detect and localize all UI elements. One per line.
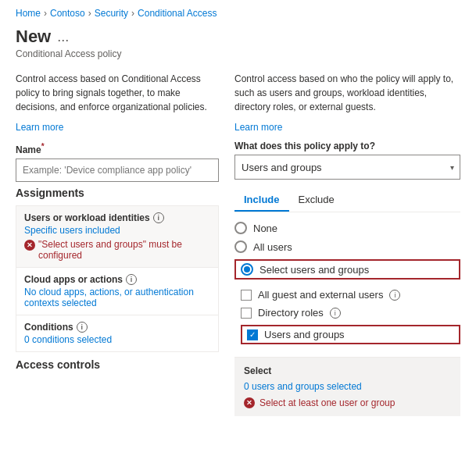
- users-sub: Specific users included: [24, 225, 210, 236]
- checkbox-users-groups-label: Users and groups: [264, 329, 345, 340]
- assignments-title: Assignments: [16, 187, 219, 199]
- users-section-label: Users or workload identities: [24, 212, 150, 223]
- radio-all-users[interactable]: All users: [234, 240, 460, 253]
- tabs: Include Exclude: [234, 189, 460, 212]
- conditions-label: Conditions: [24, 322, 73, 333]
- selected-count: 0 users and groups selected: [244, 381, 451, 392]
- assignments-section: Users or workload identities i Specific …: [16, 205, 219, 352]
- breadcrumb: Home › Contoso › Security › Conditional …: [0, 0, 476, 23]
- checkbox-guest-users-label: All guest and external users: [258, 289, 383, 301]
- users-error: ✕ "Select users and groups" must be conf…: [24, 239, 210, 261]
- left-learn-more[interactable]: Learn more: [16, 122, 219, 133]
- conditions-info-icon: i: [77, 322, 88, 333]
- users-info-icon: i: [153, 212, 164, 223]
- dropdown-container: Users and groups ▾: [234, 155, 460, 180]
- radio-none[interactable]: None: [234, 222, 460, 234]
- checkbox-directory-roles-label: Directory roles: [258, 307, 324, 319]
- cloud-info-icon: i: [126, 274, 137, 285]
- tab-include[interactable]: Include: [234, 189, 289, 212]
- tab-exclude[interactable]: Exclude: [289, 189, 344, 212]
- directory-roles-info-icon: i: [330, 308, 341, 319]
- select-section: Select 0 users and groups selected ✕ Sel…: [234, 357, 460, 416]
- policy-dropdown[interactable]: Users and groups: [234, 155, 460, 180]
- radio-select-users[interactable]: Select users and groups: [234, 259, 460, 280]
- right-learn-more[interactable]: Learn more: [234, 122, 460, 133]
- users-error-icon: ✕: [24, 240, 35, 251]
- left-panel: Control access based on Conditional Acce…: [16, 72, 219, 416]
- select-error-text: Select at least one user or group: [259, 397, 395, 408]
- select-section-title: Select: [244, 365, 451, 376]
- page-subtitle: Conditional Access policy: [16, 48, 460, 59]
- checkbox-group: All guest and external users i Directory…: [234, 289, 460, 344]
- radio-group: None All users Select users and groups: [234, 222, 460, 280]
- radio-all-users-input[interactable]: [234, 240, 247, 253]
- checkbox-directory-roles-input[interactable]: [241, 308, 252, 319]
- page-ellipsis: ...: [57, 29, 69, 45]
- breadcrumb-security[interactable]: Security: [95, 8, 128, 19]
- select-error: ✕ Select at least one user or group: [244, 397, 451, 408]
- radio-select-users-label: Select users and groups: [259, 264, 369, 276]
- cloud-sub: No cloud apps, actions, or authenticatio…: [24, 287, 210, 308]
- right-description: Control access based on who the policy w…: [234, 72, 460, 114]
- page-header: New ... Conditional Access policy: [0, 23, 476, 66]
- radio-select-users-input[interactable]: [241, 263, 253, 276]
- radio-none-input[interactable]: [234, 222, 247, 234]
- users-workload-item[interactable]: Users or workload identities i Specific …: [16, 206, 218, 268]
- cloud-apps-item[interactable]: Cloud apps or actions i No cloud apps, a…: [16, 268, 218, 315]
- conditions-item[interactable]: Conditions i 0 conditions selected: [16, 315, 218, 351]
- policy-label: What does this policy apply to?: [234, 141, 460, 151]
- checkbox-directory-roles[interactable]: Directory roles i: [241, 307, 460, 319]
- right-panel: Control access based on who the policy w…: [234, 72, 460, 416]
- radio-all-users-label: All users: [253, 241, 292, 253]
- select-error-icon: ✕: [244, 397, 255, 408]
- name-input[interactable]: [16, 158, 219, 182]
- checkbox-guest-users-input[interactable]: [241, 290, 252, 301]
- breadcrumb-conditional-access[interactable]: Conditional Access: [138, 8, 217, 19]
- guest-users-info-icon: i: [389, 290, 400, 301]
- checkbox-guest-users[interactable]: All guest and external users i: [241, 289, 460, 301]
- left-description: Control access based on Conditional Acce…: [16, 72, 219, 114]
- cloud-section-label: Cloud apps or actions: [24, 274, 123, 285]
- checkbox-users-groups[interactable]: ✓ Users and groups: [241, 325, 460, 344]
- radio-none-label: None: [253, 223, 277, 234]
- conditions-sub: 0 conditions selected: [24, 334, 210, 345]
- breadcrumb-contoso[interactable]: Contoso: [50, 8, 85, 19]
- checkbox-users-groups-input[interactable]: ✓: [247, 329, 258, 340]
- access-controls-title: Access controls: [16, 358, 219, 371]
- name-label: Name*: [16, 142, 219, 155]
- page-title: New: [16, 27, 51, 47]
- breadcrumb-home[interactable]: Home: [16, 8, 41, 19]
